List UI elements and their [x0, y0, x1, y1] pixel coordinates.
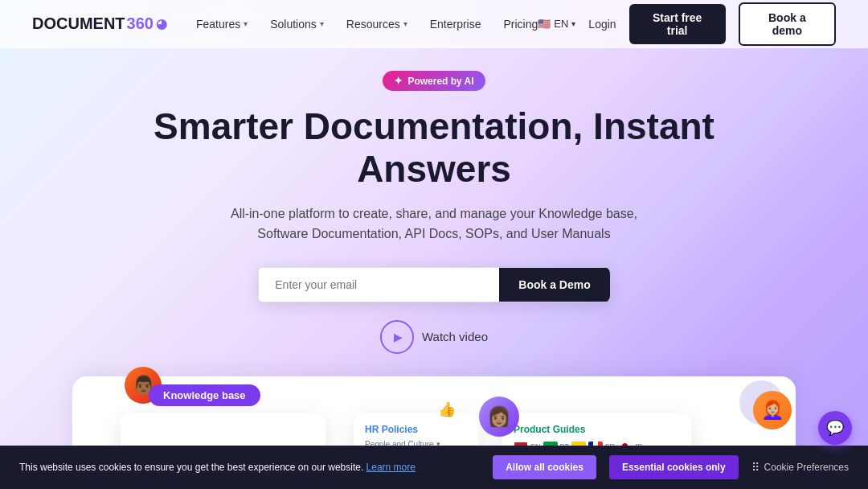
bars-icon: ⠿	[751, 461, 760, 474]
nav-features[interactable]: Features ▾	[196, 18, 248, 31]
play-button[interactable]: ▶	[380, 320, 414, 354]
chevron-down-icon: ▾	[403, 19, 407, 28]
knowledge-base-badge: Knowledge base	[149, 384, 260, 406]
cta-row: Book a Demo	[258, 267, 609, 302]
nav-pricing[interactable]: Pricing	[504, 18, 538, 31]
flag-icon: 🇺🇸	[538, 18, 551, 30]
hero-headline: Smarter Documentation, Instant Answers	[121, 105, 747, 191]
pg-title: Product Guides	[514, 424, 680, 435]
book-demo-hero-button[interactable]: Book a Demo	[499, 268, 609, 302]
chat-icon: 💬	[826, 419, 844, 437]
play-icon: ▶	[394, 331, 403, 343]
nav-enterprise[interactable]: Enterprise	[430, 18, 481, 31]
start-trial-button[interactable]: Start free trial	[629, 4, 726, 44]
ai-badge: ✦ Powered by AI	[383, 71, 485, 91]
book-demo-nav-button[interactable]: Book a demo	[739, 2, 836, 46]
chevron-down-icon: ▾	[320, 19, 324, 28]
hero-subheadline: All-in-one platform to create, share, an…	[231, 203, 637, 244]
watch-video-label[interactable]: Watch video	[422, 330, 488, 343]
hero-section: ✦ Powered by AI Smarter Documentation, I…	[0, 48, 868, 376]
cookie-message: This website uses cookies to ensure you …	[19, 462, 480, 473]
email-input[interactable]	[258, 267, 499, 302]
nav-links: Features ▾ Solutions ▾ Resources ▾ Enter…	[196, 18, 538, 31]
logo[interactable]: DOCUMENT360◕	[32, 14, 167, 33]
nav-right: 🇺🇸 EN ▾ Login Start free trial Book a de…	[538, 2, 836, 46]
navbar: DOCUMENT360◕ Features ▾ Solutions ▾ Reso…	[0, 0, 868, 48]
essential-cookies-button[interactable]: Essential cookies only	[609, 455, 739, 479]
nav-solutions[interactable]: Solutions ▾	[270, 18, 324, 31]
chevron-down-icon: ▾	[571, 19, 575, 28]
language-selector[interactable]: 🇺🇸 EN ▾	[538, 18, 575, 30]
hr-title: HR Policies	[365, 424, 467, 435]
learn-more-link[interactable]: Learn more	[366, 462, 416, 473]
allow-all-cookies-button[interactable]: Allow all cookies	[493, 455, 596, 479]
nav-resources[interactable]: Resources ▾	[346, 18, 407, 31]
watch-video-row: ▶ Watch video	[380, 320, 488, 354]
sparkle-icon: ✦	[394, 75, 403, 87]
like-icon: 👍	[438, 401, 456, 418]
login-button[interactable]: Login	[588, 18, 616, 31]
chat-widget-button[interactable]: 💬	[818, 411, 852, 445]
cookie-banner: This website uses cookies to ensure you …	[0, 446, 868, 489]
pg-avatar: 👩🏼‍🦰	[753, 391, 792, 429]
chevron-down-icon: ▾	[244, 19, 248, 28]
hr-avatar: 👩🏽	[479, 397, 519, 437]
cookie-preferences[interactable]: ⠿ Cookie Preferences	[751, 461, 849, 474]
